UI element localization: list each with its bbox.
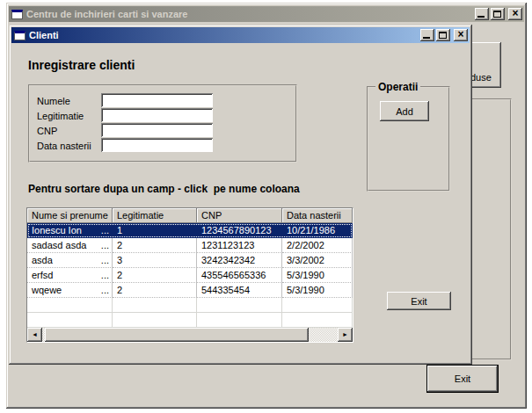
clienti-exit-button[interactable]: Exit xyxy=(387,292,451,310)
cell-data-nasterii[interactable]: 5/3/1990 xyxy=(282,268,353,283)
main-window-titlebar[interactable]: Centru de inchirieri carti si vanzare × xyxy=(9,6,524,22)
truncation-ellipsis: ... xyxy=(101,268,109,282)
main-close-button[interactable]: × xyxy=(508,8,522,20)
scrollbar-track[interactable] xyxy=(309,328,338,342)
clienti-window-title: Clienti xyxy=(29,30,419,40)
cell-cnp[interactable]: 3242342342 xyxy=(197,253,282,268)
empty-grid-row xyxy=(27,313,353,328)
cell-data-nasterii[interactable]: 3/3/2002 xyxy=(282,253,353,268)
clients-grid: Nume si prenume Legitimatie CNP Data nas… xyxy=(26,207,353,343)
clienti-close-button[interactable]: × xyxy=(454,29,468,41)
clienti-window: Clienti × Inregistrare clienti Numele Le… xyxy=(9,25,472,365)
truncation-ellipsis: ... xyxy=(101,223,109,237)
truncation-ellipsis: ... xyxy=(101,238,109,252)
maximize-icon xyxy=(493,11,501,18)
cell-legitimatie[interactable]: 1 xyxy=(113,223,197,238)
data-nasterii-label: Data nasterii xyxy=(37,141,91,151)
grid-horizontal-scrollbar[interactable]: ◄ ► xyxy=(27,328,353,342)
cell-name[interactable]: sadasd asda ... xyxy=(27,238,113,253)
cnp-label: CNP xyxy=(37,126,57,136)
scrollbar-thumb[interactable] xyxy=(45,328,309,342)
add-button-label: Add xyxy=(396,106,413,117)
cell-name[interactable]: Ionescu Ion ... xyxy=(27,223,113,238)
table-row[interactable]: asda ... 3 3242342342 3/3/2002 xyxy=(27,253,353,268)
main-maximize-button[interactable] xyxy=(491,8,505,20)
truncation-ellipsis: ... xyxy=(101,253,109,267)
column-header-nume[interactable]: Nume si prenume xyxy=(27,208,113,223)
legitimatie-label: Legitimatie xyxy=(37,111,84,121)
clienti-maximize-button[interactable] xyxy=(436,29,450,41)
column-header-data-nasterii[interactable]: Data nasterii xyxy=(282,208,353,223)
numele-label: Numele xyxy=(37,96,70,106)
legitimatie-field[interactable] xyxy=(101,108,213,122)
close-icon: × xyxy=(508,8,522,20)
cell-name[interactable]: asda ... xyxy=(27,253,113,268)
clienti-exit-label: Exit xyxy=(411,296,426,307)
empty-grid-row xyxy=(27,298,353,313)
main-window: Centru de inchirieri carti si vanzare × … xyxy=(6,3,527,409)
operatii-frame-title: Operatii xyxy=(375,81,420,93)
cell-legitimatie[interactable]: 3 xyxy=(113,253,197,268)
main-exit-label: Exit xyxy=(455,373,470,384)
produse-button-label: duse xyxy=(470,72,492,83)
clienti-titlebar[interactable]: Clienti × xyxy=(11,27,470,43)
scroll-right-icon[interactable]: ► xyxy=(338,328,353,342)
minimize-icon xyxy=(423,37,430,39)
column-header-legitimatie[interactable]: Legitimatie xyxy=(113,208,197,223)
cell-data-nasterii[interactable]: 10/21/1986 xyxy=(282,223,353,238)
cnp-field[interactable] xyxy=(101,123,213,137)
table-row[interactable]: sadasd asda ... 2 1231123123 2/2/2002 xyxy=(27,238,353,253)
clienti-window-icon xyxy=(14,31,26,40)
client-fields-frame: Numele Legitimatie CNP Data nasterii xyxy=(28,84,297,163)
minimize-icon xyxy=(477,16,485,18)
column-header-cnp[interactable]: CNP xyxy=(197,208,282,223)
main-window-title: Centru de inchirieri carti si vanzare xyxy=(26,9,473,19)
cell-cnp[interactable]: 1231123123 xyxy=(197,238,282,253)
add-button[interactable]: Add xyxy=(380,101,429,121)
cell-name[interactable]: erfsd ... xyxy=(27,268,113,283)
cell-data-nasterii[interactable]: 5/3/1990 xyxy=(282,283,353,298)
cell-cnp[interactable]: 435546565336 xyxy=(197,268,282,283)
cell-legitimatie[interactable]: 2 xyxy=(113,238,197,253)
cell-legitimatie[interactable]: 2 xyxy=(113,268,197,283)
cell-cnp[interactable]: 1234567890123 xyxy=(197,223,282,238)
truncation-ellipsis: ... xyxy=(101,283,109,297)
maximize-icon xyxy=(439,32,447,39)
close-icon: × xyxy=(454,29,468,41)
data-nasterii-field[interactable] xyxy=(101,138,213,152)
table-row[interactable]: wqewe ... 2 544335454 5/3/1990 xyxy=(27,283,353,298)
cell-data-nasterii[interactable]: 2/2/2002 xyxy=(282,238,353,253)
main-minimize-button[interactable] xyxy=(475,8,489,20)
page-title: Inregistrare clienti xyxy=(28,58,135,72)
clienti-minimize-button[interactable] xyxy=(420,29,434,41)
table-row[interactable]: erfsd ... 2 435546565336 5/3/1990 xyxy=(27,268,353,283)
cell-cnp[interactable]: 544335454 xyxy=(197,283,282,298)
operatii-frame: Operatii Add xyxy=(367,86,450,192)
cell-name[interactable]: wqewe ... xyxy=(27,283,113,298)
main-window-icon xyxy=(11,10,23,19)
main-exit-button[interactable]: Exit xyxy=(426,365,499,393)
desktop: { "main_window": { "title": "Centru de i… xyxy=(0,0,532,413)
grid-header-row: Nume si prenume Legitimatie CNP Data nas… xyxy=(27,208,353,223)
sort-hint-text: Pentru sortare dupa un camp - click pe n… xyxy=(28,183,300,195)
table-row[interactable]: Ionescu Ion ... 1 1234567890123 10/21/19… xyxy=(27,223,353,238)
numele-field[interactable] xyxy=(101,93,213,107)
scroll-left-icon[interactable]: ◄ xyxy=(27,328,42,342)
cell-legitimatie[interactable]: 2 xyxy=(113,283,197,298)
